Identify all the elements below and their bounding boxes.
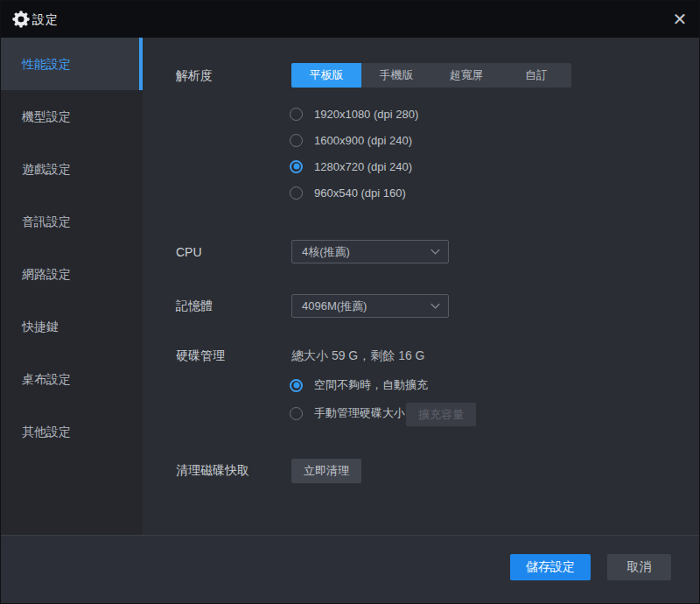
sidebar-item-other[interactable]: 其他設定 [1, 405, 143, 458]
resolution-option-1280x720[interactable]: 1280x720 (dpi 240) [290, 153, 412, 179]
sidebar-item-label: 遊戲設定 [22, 162, 71, 176]
radio-label: 手動管理硬碟大小 [314, 405, 405, 421]
sidebar-item-label: 桌布設定 [22, 372, 71, 386]
resolution-label: 解析度 [176, 67, 213, 84]
radio-label: 1600x900 (dpi 240) [314, 134, 412, 147]
radio-label: 空間不夠時，自動擴充 [314, 377, 428, 393]
cpu-dropdown[interactable]: 4核(推薦) [291, 240, 449, 263]
memory-label: 記憶體 [176, 297, 213, 314]
disk-option-manual[interactable]: 手動管理硬碟大小 [290, 400, 405, 426]
sidebar-item-label: 性能設定 [22, 57, 71, 71]
resolution-option-960x540[interactable]: 960x540 (dpi 160) [290, 179, 406, 206]
close-icon[interactable]: ✕ [666, 6, 694, 32]
disk-summary: 總大小 59 G，剩餘 16 G [291, 347, 424, 364]
radio-selected-icon [290, 379, 303, 392]
cancel-button[interactable]: 取消 [607, 554, 671, 580]
sidebar-item-game[interactable]: 遊戲設定 [1, 143, 143, 195]
sidebar-item-label: 其他設定 [22, 425, 71, 439]
clean-now-button[interactable]: 立即清理 [291, 459, 361, 483]
chevron-down-icon [429, 245, 442, 258]
resolution-option-1600x900[interactable]: 1600x900 (dpi 240) [290, 127, 412, 153]
radio-label: 960x540 (dpi 160) [314, 186, 406, 200]
sidebar-item-network[interactable]: 網路設定 [1, 248, 143, 300]
radio-label: 1280x720 (dpi 240) [314, 160, 412, 173]
save-settings-button[interactable]: 儲存設定 [510, 554, 591, 580]
tab-ultrawide[interactable]: 超寬屏 [431, 63, 501, 88]
radio-icon [290, 108, 303, 121]
sidebar-item-wallpaper[interactable]: 桌布設定 [1, 353, 143, 405]
resolution-option-1920x1080[interactable]: 1920x1080 (dpi 280) [290, 101, 418, 127]
disk-label: 硬碟管理 [176, 347, 225, 364]
window-title: 設定 [32, 1, 59, 38]
radio-icon [290, 134, 303, 147]
cpu-dropdown-value: 4核(推薦) [302, 241, 350, 263]
settings-window: 設定 ✕ 性能設定 機型設定 遊戲設定 音訊設定 網路設定 快捷鍵 桌布設定 其… [0, 0, 700, 604]
disk-option-auto-expand[interactable]: 空間不夠時，自動擴充 [290, 372, 428, 398]
clean-cache-label: 清理磁碟快取 [176, 461, 249, 479]
radio-icon [290, 407, 303, 420]
sidebar-item-label: 快捷鍵 [22, 320, 59, 334]
tab-phone[interactable]: 手機版 [361, 63, 431, 88]
tab-custom[interactable]: 自訂 [501, 63, 571, 88]
radio-icon [290, 186, 303, 200]
sidebar-item-label: 音訊設定 [22, 214, 71, 228]
resolution-tabs: 平板版 手機版 超寬屏 自訂 [291, 63, 571, 88]
expand-capacity-button[interactable]: 擴充容量 [406, 403, 476, 426]
sidebar-item-model[interactable]: 機型設定 [1, 90, 143, 143]
sidebar-item-audio[interactable]: 音訊設定 [1, 195, 143, 248]
sidebar-item-hotkeys[interactable]: 快捷鍵 [1, 300, 143, 353]
chevron-down-icon [429, 299, 442, 313]
sidebar-item-label: 網路設定 [22, 267, 71, 281]
radio-label: 1920x1080 (dpi 280) [314, 108, 418, 121]
tab-tablet[interactable]: 平板版 [291, 63, 361, 88]
gear-icon [12, 11, 30, 28]
sidebar-item-label: 機型設定 [22, 109, 71, 123]
sidebar: 性能設定 機型設定 遊戲設定 音訊設定 網路設定 快捷鍵 桌布設定 其他設定 [1, 38, 143, 535]
memory-dropdown[interactable]: 4096M(推薦) [291, 294, 449, 318]
titlebar: 設定 ✕ [1, 1, 700, 38]
cpu-label: CPU [176, 243, 202, 261]
radio-selected-icon [290, 160, 303, 173]
memory-dropdown-value: 4096M(推薦) [302, 295, 367, 317]
performance-settings-panel: 解析度 平板版 手機版 超寬屏 自訂 1920x1080 (dpi 280) 1… [143, 38, 700, 535]
sidebar-item-performance[interactable]: 性能設定 [1, 38, 143, 90]
footer: 儲存設定 取消 [1, 535, 700, 604]
